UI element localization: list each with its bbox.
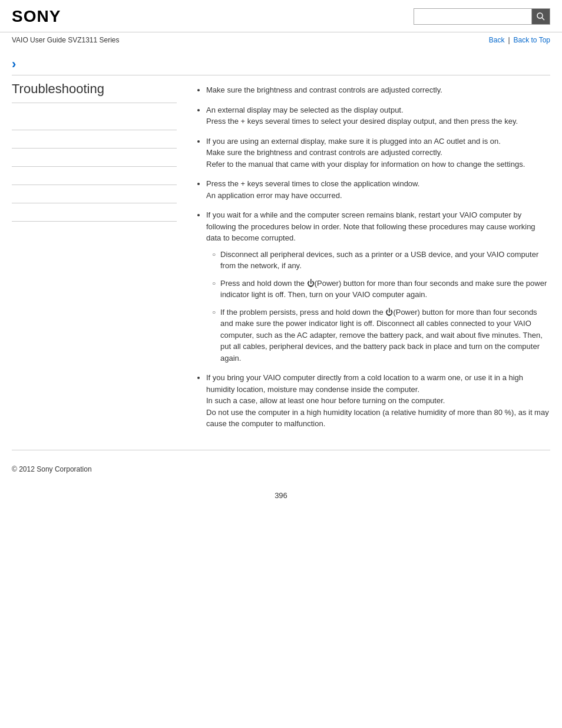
list-item-3: If you are using an external display, ma… [206, 136, 550, 170]
list-item-2: An external display may be selected as t… [206, 104, 550, 127]
sub3-text: If the problem persists, press and hold … [220, 308, 543, 363]
sub-list: Disconnect all peripheral devices, such … [206, 249, 550, 364]
bottom-divider [12, 450, 550, 450]
bullet6-line2: In such a case, allow at least one hour … [206, 396, 445, 405]
bullet3-line3: Refer to the manual that came with your … [206, 160, 525, 169]
search-button[interactable] [531, 8, 550, 25]
header: SONY [0, 0, 562, 32]
chevron-right-icon[interactable]: › [12, 57, 16, 71]
bullet3-line2: Make sure the brightness and contrast co… [206, 148, 442, 157]
nav-links: Back | Back to Top [489, 36, 550, 44]
bullet6-line1: If you bring your VAIO computer directly… [206, 373, 523, 394]
svg-line-1 [542, 18, 544, 20]
sub-item-1: Disconnect all peripheral devices, such … [212, 249, 550, 272]
bullet1-text: Make sure the brightness and contrast co… [206, 85, 442, 94]
main-content: Troubleshooting Make sure the brightness… [0, 75, 562, 438]
list-item-5: If you wait for a while and the computer… [206, 209, 550, 364]
nav-separator: | [508, 36, 510, 44]
sidebar-title: Troubleshooting [12, 81, 177, 103]
back-to-top-link[interactable]: Back to Top [514, 36, 550, 44]
sidebar-item[interactable] [12, 203, 177, 222]
bullet4-line2: An application error may have occurred. [206, 191, 342, 200]
sidebar-item[interactable] [12, 130, 177, 149]
nav-bar: VAIO User Guide SVZ1311 Series Back | Ba… [0, 32, 562, 48]
search-icon [537, 12, 545, 21]
search-input[interactable] [414, 8, 531, 25]
sidebar-item[interactable] [12, 167, 177, 185]
sub-item-2: Press and hold down the ⏻(Power) button … [212, 278, 550, 301]
sidebar-item[interactable] [12, 112, 177, 130]
sidebar-item[interactable] [12, 185, 177, 203]
bullet5-line1: If you wait for a while and the computer… [206, 210, 535, 242]
chevron-section: › [0, 48, 562, 75]
bullet4-line1: Press the + keys several times to close … [206, 179, 419, 188]
sidebar: Troubleshooting [12, 75, 189, 438]
sony-logo: SONY [12, 7, 61, 26]
sub-item-3: If the problem persists, press and hold … [212, 307, 550, 364]
sub2-text: Press and hold down the ⏻(Power) button … [220, 279, 547, 299]
content-area: Make sure the brightness and contrast co… [189, 75, 550, 438]
back-link[interactable]: Back [489, 36, 505, 44]
sidebar-item[interactable] [12, 149, 177, 167]
content-list: Make sure the brightness and contrast co… [194, 84, 550, 430]
list-item-6: If you bring your VAIO computer directly… [206, 372, 550, 430]
list-item-1: Make sure the brightness and contrast co… [206, 84, 550, 96]
bullet2-line1: An external display may be selected as t… [206, 106, 404, 114]
sub1-text: Disconnect all peripheral devices, such … [220, 250, 538, 271]
list-item-4: Press the + keys several times to close … [206, 178, 550, 201]
search-area [414, 8, 550, 25]
page-number: 396 [0, 485, 562, 506]
footer: © 2012 Sony Corporation [0, 459, 562, 485]
copyright-text: © 2012 Sony Corporation [12, 465, 92, 473]
bullet2-line2: Press the + keys several times to select… [206, 117, 518, 126]
breadcrumb: VAIO User Guide SVZ1311 Series [12, 36, 120, 44]
bullet3-line1: If you are using an external display, ma… [206, 137, 501, 146]
svg-point-0 [537, 13, 543, 18]
bullet6-line3: Do not use the computer in a high humidi… [206, 408, 549, 429]
sidebar-items [12, 112, 177, 222]
